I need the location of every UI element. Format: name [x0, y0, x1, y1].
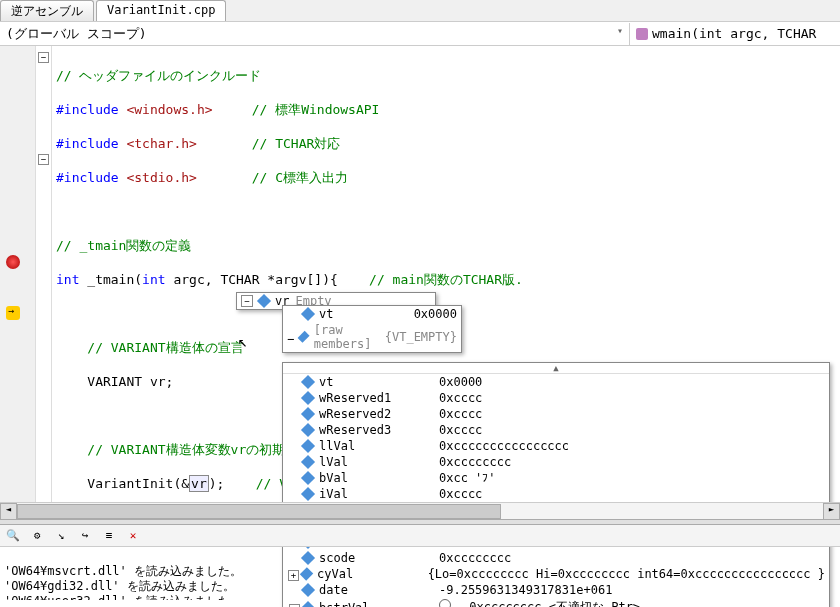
- member-name: wReserved1: [319, 391, 439, 405]
- datatip-row[interactable]: wReserved30xcccc: [283, 422, 829, 438]
- code-text: <stdio.h>: [119, 170, 197, 185]
- code-text: // VARIANT構造体変数vrの初期化: [56, 442, 298, 457]
- code-text: VARIANT vr;: [56, 374, 173, 389]
- member-name: lVal: [319, 455, 439, 469]
- datatip-name: vt: [319, 307, 414, 321]
- datatip-row[interactable]: wReserved20xcccc: [283, 406, 829, 422]
- member-value: 0xcccc: [439, 423, 825, 437]
- datatip-row[interactable]: llVal0xcccccccccccccccc: [283, 438, 829, 454]
- code-text: // TCHAR対応: [197, 136, 340, 151]
- code-text: #include: [56, 102, 119, 117]
- expand-toggle[interactable]: +: [289, 604, 300, 608]
- scroll-up[interactable]: ▲: [283, 363, 829, 374]
- list-icon[interactable]: ≡: [100, 527, 118, 545]
- scroll-right[interactable]: ►: [823, 503, 840, 520]
- output-toolbar: 🔍 ⚙ ↘ ↪ ≡ ✕: [0, 525, 840, 547]
- current-line-marker[interactable]: [6, 306, 20, 320]
- code-text: // _tmain関数の定義: [56, 238, 191, 253]
- code-text: // VARIANT構造体の宣言: [56, 340, 244, 355]
- output-text: 'OW64¥msvcrt.dll' を読み込みました。 'OW64¥gdi32.…: [0, 547, 840, 600]
- field-icon: [301, 391, 315, 405]
- code-text: VariantInit(&: [56, 476, 189, 491]
- function-label: wmain(int argc, TCHAR: [652, 26, 816, 41]
- field-icon: [257, 294, 271, 308]
- scope-bar: (グローバル スコープ) wmain(int argc, TCHAR: [0, 22, 840, 46]
- member-name: wReserved2: [319, 407, 439, 421]
- code-text: // C標準入出力: [197, 170, 348, 185]
- member-name: bstrVal: [319, 601, 439, 608]
- step-over-icon[interactable]: ↪: [76, 527, 94, 545]
- field-icon: [301, 439, 315, 453]
- member-name: llVal: [319, 439, 439, 453]
- scroll-thumb[interactable]: [17, 504, 501, 519]
- field-icon: [301, 600, 315, 607]
- expand-toggle[interactable]: −: [287, 332, 295, 343]
- expand-toggle[interactable]: −: [241, 295, 253, 307]
- datatip-row[interactable]: bVal0xcc 'ﾌ': [283, 470, 829, 486]
- fold-toggle[interactable]: −: [38, 52, 49, 63]
- member-value: 0xcccccccc: [439, 455, 825, 469]
- step-icon[interactable]: ↘: [52, 527, 70, 545]
- field-icon: [301, 307, 315, 321]
- code-text: // main関数のTCHAR版.: [369, 272, 523, 287]
- function-dropdown[interactable]: wmain(int argc, TCHAR: [630, 24, 840, 43]
- output-line: 'OW64¥user32.dll' を読み込みました。: [4, 594, 242, 600]
- clear-icon[interactable]: ✕: [124, 527, 142, 545]
- code-text: _tmain(: [79, 272, 142, 287]
- member-name: wReserved3: [319, 423, 439, 437]
- magnify-icon[interactable]: [439, 599, 451, 607]
- field-icon: [301, 487, 315, 501]
- tab-disassembly[interactable]: 逆アセンブル: [0, 0, 94, 21]
- code-text: <windows.h>: [119, 102, 213, 117]
- gutter[interactable]: [0, 46, 36, 526]
- breakpoint-marker[interactable]: [6, 255, 20, 269]
- scope-dropdown[interactable]: (グローバル スコープ): [0, 23, 630, 45]
- datatip-row[interactable]: wReserved10xcccc: [283, 390, 829, 406]
- member-value: 0xcc 'ﾌ': [439, 471, 825, 485]
- datatip-row[interactable]: vt0x0000: [283, 374, 829, 390]
- fold-column: − −: [36, 46, 52, 526]
- code-text: // ヘッダファイルのインクルード: [56, 68, 261, 83]
- fold-toggle[interactable]: −: [38, 154, 49, 165]
- datatip-value: 0x0000: [414, 307, 457, 321]
- code-text: <tchar.h>: [119, 136, 197, 151]
- code-text: );: [209, 476, 256, 491]
- code-text: #include: [56, 136, 119, 151]
- member-value: ▾ 0xcccccccc <不適切な Ptr>: [439, 599, 825, 607]
- datatip-name: [raw members]: [314, 323, 385, 351]
- field-icon: [301, 423, 315, 437]
- code-text: argc, TCHAR *argv[]){: [166, 272, 370, 287]
- filter-icon[interactable]: ⚙: [28, 527, 46, 545]
- tab-file[interactable]: VariantInit.cpp: [96, 0, 226, 21]
- code-text: int: [142, 272, 165, 287]
- find-icon[interactable]: 🔍: [4, 527, 22, 545]
- member-value: 0xcccc: [439, 407, 825, 421]
- code-text: // 標準WindowsAPI: [213, 102, 380, 117]
- tab-bar: 逆アセンブル VariantInit.cpp: [0, 0, 840, 22]
- function-icon: [636, 28, 648, 40]
- member-value: 0x0000: [439, 375, 825, 389]
- member-value: 0xcccc: [439, 391, 825, 405]
- code-text: int: [56, 272, 79, 287]
- output-line: 'OW64¥gdi32.dll' を読み込みました。: [4, 579, 235, 593]
- field-icon: [301, 455, 315, 469]
- datatip-row[interactable]: lVal0xcccccccc: [283, 454, 829, 470]
- datatip-value: {VT_EMPTY}: [385, 330, 457, 344]
- field-icon: [301, 407, 315, 421]
- dropdown-icon[interactable]: ▾: [453, 603, 469, 607]
- field-icon: [298, 331, 310, 343]
- datatip-row[interactable]: iVal0xcccc: [283, 486, 829, 502]
- code-text: #include: [56, 170, 119, 185]
- member-name: bVal: [319, 471, 439, 485]
- member-value: 0xcccc: [439, 487, 825, 501]
- member-name: vt: [319, 375, 439, 389]
- scroll-track[interactable]: [17, 503, 823, 520]
- output-line: 'OW64¥msvcrt.dll' を読み込みました。: [4, 564, 242, 578]
- horizontal-scrollbar[interactable]: ◄ ►: [0, 502, 840, 519]
- field-icon: [301, 471, 315, 485]
- scroll-left[interactable]: ◄: [0, 503, 17, 520]
- datatip-level2[interactable]: vt 0x0000 − [raw members] {VT_EMPTY}: [282, 305, 462, 353]
- hover-variable[interactable]: vr: [189, 475, 209, 492]
- field-icon: [301, 375, 315, 389]
- member-name: iVal: [319, 487, 439, 501]
